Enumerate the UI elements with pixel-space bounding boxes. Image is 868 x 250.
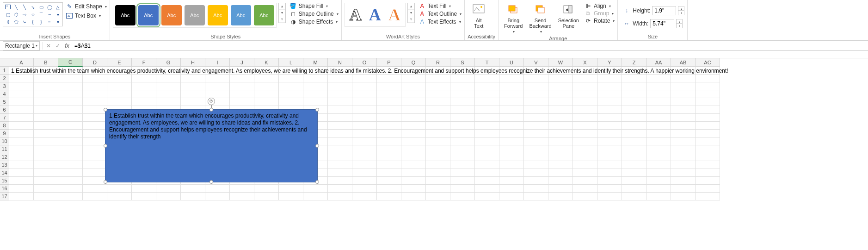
col-header-N[interactable]: N [328,58,352,67]
text-outline-button[interactable]: A Text Outline ▾ [419,11,462,17]
cell[interactable] [9,145,34,153]
cell[interactable] [230,90,254,98]
cell[interactable] [352,75,377,82]
cell[interactable] [132,75,156,82]
cell[interactable] [9,82,34,90]
cell[interactable] [377,177,401,185]
cell[interactable] [83,185,107,193]
shape-cloud-icon[interactable]: ⌢ [46,11,53,18]
cell[interactable] [279,75,303,82]
cell[interactable] [9,122,34,130]
row-header-15[interactable]: 15 [0,177,9,185]
cell[interactable] [181,90,205,98]
cell[interactable] [9,106,34,114]
row-header-2[interactable]: 2 [0,75,9,82]
cell[interactable] [499,114,524,122]
cell[interactable] [401,130,426,138]
cell[interactable] [58,75,83,82]
cell[interactable] [377,122,401,130]
cell[interactable] [9,98,34,106]
worksheet-grid[interactable]: ABCDEFGHIJKLMNOPQRSTUVWXYZAAABAC 1234567… [0,58,868,200]
cell[interactable] [499,98,524,106]
cell[interactable] [548,153,573,161]
shape-rectangle-1[interactable]: ⟳ 1.Establish trust within the team whic… [105,109,318,182]
cell[interactable] [401,82,426,90]
cell[interactable] [377,169,401,177]
cell[interactable] [622,177,646,185]
cell[interactable] [548,177,573,185]
width-input[interactable] [650,19,674,28]
cell[interactable] [622,193,646,200]
cell[interactable] [205,82,230,90]
text-effects-button[interactable]: A Text Effects ▾ [419,19,462,25]
col-header-K[interactable]: K [254,58,279,67]
gallery-down-icon[interactable]: ▾ [279,10,285,16]
shape-bracket-icon[interactable]: ⦃ [4,19,12,25]
cell[interactable] [573,106,597,114]
cell[interactable] [573,177,597,185]
cell[interactable] [279,98,303,106]
name-box[interactable]: Rectangle 1 ▾ [3,41,40,50]
cell[interactable] [377,114,401,122]
cell[interactable] [83,161,107,169]
cell[interactable] [83,114,107,122]
cell[interactable] [328,161,352,169]
cell[interactable] [352,145,377,153]
cell[interactable] [181,98,205,106]
cell[interactable] [696,193,720,200]
cell[interactable] [156,98,181,106]
style-swatch-lblue[interactable]: Abc [231,5,251,25]
cell[interactable] [9,193,34,200]
shape-textbox-icon[interactable] [4,4,12,10]
cell[interactable] [328,98,352,106]
wordart-gallery[interactable]: A A A [345,3,406,27]
cell[interactable] [377,161,401,169]
spin-down-icon[interactable]: ▾ [678,11,684,15]
edit-shape-button[interactable]: ✎ Edit Shape ▾ [66,3,107,10]
cell[interactable] [622,122,646,130]
cell[interactable] [524,75,548,82]
cell[interactable] [352,130,377,138]
cell[interactable] [58,122,83,130]
style-swatch-black[interactable]: Abc [115,5,135,25]
cell[interactable] [58,145,83,153]
cell[interactable] [426,98,450,106]
cell[interactable] [696,90,720,98]
cell[interactable] [58,114,83,122]
cell[interactable] [83,130,107,138]
shape-pent-icon[interactable]: ⬠ [12,19,20,25]
wordart-style-fill[interactable]: A [369,5,381,25]
cell[interactable] [181,75,205,82]
cell[interactable] [450,145,475,153]
cell[interactable] [499,90,524,98]
cell[interactable] [401,193,426,200]
cell[interactable] [524,169,548,177]
cell[interactable] [671,75,696,82]
cell[interactable] [377,193,401,200]
cell[interactable] [696,161,720,169]
cell[interactable] [34,145,58,153]
height-spinner[interactable]: ▴▾ [678,6,684,15]
cell[interactable] [646,75,671,82]
row-header-17[interactable]: 17 [0,193,9,200]
cell[interactable] [352,153,377,161]
cell[interactable] [696,153,720,161]
cell[interactable] [377,185,401,193]
cell[interactable] [696,106,720,114]
col-header-I[interactable]: I [205,58,230,67]
shape-curly2-icon[interactable]: } [37,19,45,25]
cell[interactable] [34,114,58,122]
col-header-U[interactable]: U [499,58,524,67]
cell[interactable] [524,98,548,106]
cell[interactable] [34,177,58,185]
handle-e[interactable] [315,144,319,148]
cell[interactable] [499,169,524,177]
shape-connector-icon[interactable]: ↘ [29,4,37,10]
cell[interactable] [646,90,671,98]
select-all-corner[interactable] [0,58,9,67]
chevron-down-icon[interactable]: ▾ [36,44,37,48]
cell[interactable] [426,122,450,130]
cell[interactable] [671,161,696,169]
cell[interactable] [622,75,646,82]
row-header-3[interactable]: 3 [0,82,9,90]
